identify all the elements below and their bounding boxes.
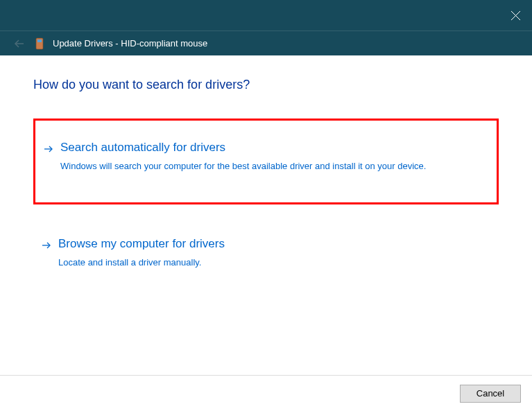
option-description: Locate and install a driver manually. bbox=[58, 256, 489, 270]
arrow-right-icon bbox=[40, 239, 53, 252]
option-text: Browse my computer for drivers Locate an… bbox=[58, 236, 489, 270]
option-search-automatically[interactable]: Search automatically for drivers Windows… bbox=[33, 119, 499, 204]
back-button[interactable] bbox=[12, 37, 26, 51]
footer: Cancel bbox=[0, 375, 532, 411]
close-button[interactable] bbox=[499, 0, 532, 30]
svg-rect-4 bbox=[37, 40, 42, 42]
cancel-button[interactable]: Cancel bbox=[460, 385, 521, 403]
back-arrow-icon bbox=[14, 38, 25, 49]
device-icon bbox=[35, 37, 44, 50]
breadcrumb-title: Update Drivers - HID-compliant mouse bbox=[53, 38, 207, 49]
option-description: Windows will search your computer for th… bbox=[60, 159, 487, 173]
option-title: Browse my computer for drivers bbox=[58, 236, 489, 252]
page-heading: How do you want to search for drivers? bbox=[33, 78, 499, 92]
option-text: Search automatically for drivers Windows… bbox=[60, 140, 487, 173]
option-title: Search automatically for drivers bbox=[60, 140, 487, 155]
titlebar bbox=[0, 0, 532, 30]
arrow-right-icon bbox=[42, 143, 55, 155]
breadcrumb-bar: Update Drivers - HID-compliant mouse bbox=[0, 30, 532, 55]
option-browse-computer[interactable]: Browse my computer for drivers Locate an… bbox=[33, 224, 499, 282]
content-area: How do you want to search for drivers? S… bbox=[0, 55, 532, 281]
close-icon bbox=[511, 11, 520, 20]
